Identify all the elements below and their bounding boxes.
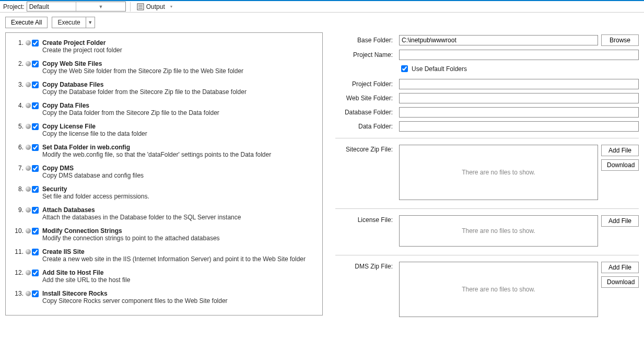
task-title: Attach Databases [42, 206, 241, 214]
status-dot-icon [26, 39, 32, 45]
status-dot-icon [26, 165, 32, 171]
toolbar-overflow-icon[interactable]: ▾ [169, 4, 173, 9]
task-description: Modify the connection strings to point t… [42, 235, 220, 242]
license-file-row: License File: There are no files to show… [335, 215, 639, 247]
dms-zip-filebox[interactable]: There are no files to show. [399, 262, 598, 317]
execute-button[interactable]: Execute [52, 17, 86, 28]
task-checkbox[interactable] [32, 186, 39, 193]
task-number: 10. [11, 227, 26, 235]
task-item: 4.Copy Data FilesCopy the Data folder fr… [10, 100, 318, 121]
project-name-row: Project Name: [335, 50, 639, 60]
project-label: Project: [3, 3, 25, 10]
dms-zip-label: DMS Zip File: [335, 262, 396, 270]
task-checkbox[interactable] [32, 249, 39, 255]
base-folder-label: Base Folder: [335, 37, 396, 44]
task-title: Create IIS Site [42, 248, 306, 255]
project-name-input[interactable] [399, 50, 639, 60]
chevron-down-icon[interactable]: ▼ [76, 2, 125, 11]
execute-split-button[interactable]: Execute ▼ [52, 17, 95, 28]
task-title: Security [42, 185, 149, 193]
task-number: 3. [11, 81, 26, 88]
task-checkbox[interactable] [32, 144, 39, 151]
task-item: 8.SecuritySet file and folder access per… [10, 183, 318, 204]
task-checkbox[interactable] [32, 123, 39, 130]
task-title: Set Data Folder in web.config [42, 144, 271, 151]
task-item: 5.Copy License FileCopy the license file… [10, 121, 318, 142]
task-title: Copy License File [42, 123, 147, 130]
web-site-folder-label: Web Site Folder: [335, 95, 396, 102]
task-checkbox[interactable] [32, 290, 39, 297]
task-description: Add the site URL to the host file [42, 276, 130, 284]
output-label: Output [146, 3, 165, 10]
task-title: Copy Web Site Files [42, 60, 243, 67]
web-site-folder-input[interactable] [399, 93, 639, 103]
use-default-checkbox[interactable] [401, 65, 408, 72]
task-description: Copy the Database folder from the Siteco… [42, 88, 247, 96]
status-dot-icon [26, 185, 32, 192]
action-button-row: Execute All Execute ▼ [0, 13, 644, 32]
status-dot-icon [26, 60, 32, 66]
task-checkbox[interactable] [32, 228, 39, 235]
task-description: Create the project root folder [42, 46, 122, 54]
add-file-button[interactable]: Add File [601, 145, 639, 156]
project-folder-input[interactable] [399, 79, 639, 89]
dms-zip-row: DMS Zip File: There are no files to show… [335, 262, 639, 317]
task-checkbox[interactable] [32, 81, 39, 88]
task-title: Copy DMS [42, 165, 144, 172]
task-title: Modify Connection Strings [42, 227, 220, 235]
chevron-down-icon[interactable]: ▼ [86, 17, 95, 28]
task-checkbox[interactable] [32, 102, 39, 109]
task-description: Copy the Web Site folder from the Siteco… [42, 67, 243, 75]
add-file-button[interactable]: Add File [601, 215, 639, 227]
status-dot-icon [26, 144, 32, 150]
browse-button[interactable]: Browse [601, 34, 639, 46]
sitecore-zip-filebox[interactable]: There are no files to show. [399, 145, 598, 200]
status-dot-icon [26, 81, 32, 87]
license-file-filebox[interactable]: There are no files to show. [399, 215, 598, 247]
project-folder-label: Project Folder: [335, 80, 396, 88]
task-item: 12.Add Site to Host FileAdd the site URL… [10, 267, 318, 288]
task-number: 6. [11, 144, 26, 151]
status-dot-icon [26, 269, 32, 275]
database-folder-input[interactable] [399, 107, 639, 118]
task-description: Copy DMS database and config files [42, 172, 144, 179]
settings-form: Base Folder: Browse Project Name: Use De… [335, 32, 639, 325]
task-checkbox[interactable] [32, 40, 39, 46]
execute-all-button[interactable]: Execute All [5, 17, 48, 28]
web-site-folder-row: Web Site Folder: [335, 93, 639, 103]
task-title: Create Project Folder [42, 39, 122, 46]
separator [335, 255, 639, 255]
add-file-button[interactable]: Add File [601, 262, 639, 273]
task-checkbox[interactable] [32, 207, 39, 214]
task-number: 11. [11, 248, 26, 255]
download-button[interactable]: Download [601, 159, 639, 171]
sitecore-zip-row: Sitecore Zip File: There are no files to… [335, 145, 639, 200]
task-checkbox[interactable] [32, 61, 39, 67]
task-item: 13.Install Sitecore RocksCopy Sitecore R… [10, 288, 318, 309]
license-file-label: License File: [335, 215, 396, 224]
task-description: Set file and folder access permissions. [42, 193, 149, 200]
filebox-placeholder: There are no files to show. [462, 227, 535, 235]
status-dot-icon [26, 123, 32, 129]
project-name-label: Project Name: [335, 51, 396, 59]
download-button[interactable]: Download [601, 276, 639, 288]
task-checkbox[interactable] [32, 270, 39, 276]
task-item: 6.Set Data Folder in web.configModify th… [10, 142, 318, 162]
task-item: 7.Copy DMSCopy DMS database and config f… [10, 162, 318, 183]
status-dot-icon [26, 206, 32, 213]
output-icon [137, 3, 144, 10]
task-title: Copy Database Files [42, 81, 247, 88]
project-select[interactable]: Default ▼ [27, 2, 126, 11]
use-default-row: Use Default Folders [399, 64, 639, 74]
task-list: 1.Create Project FolderCreate the projec… [5, 32, 323, 315]
toolbar: Project: Default ▼ Output ▾ [0, 0, 644, 13]
project-folder-row: Project Folder: [335, 79, 639, 89]
task-item: 11.Create IIS SiteCreate a new web site … [10, 246, 318, 267]
sitecore-zip-label: Sitecore Zip File: [335, 145, 396, 153]
data-folder-input[interactable] [399, 121, 639, 132]
database-folder-row: Database Folder: [335, 107, 639, 118]
output-button[interactable]: Output [135, 2, 167, 12]
status-dot-icon [26, 102, 32, 108]
base-folder-input[interactable] [399, 35, 598, 45]
task-checkbox[interactable] [32, 165, 39, 172]
